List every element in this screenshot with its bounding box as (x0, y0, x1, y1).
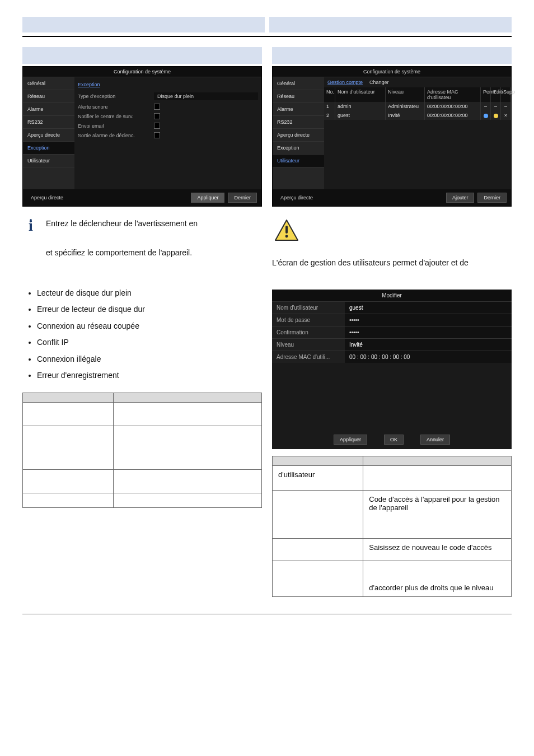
username-input[interactable]: guest (345, 302, 512, 314)
side-menu-2: Général Réseau Alarme RS232 Aperçu direc… (273, 77, 324, 189)
th (363, 456, 512, 466)
bullet-item: Lecteur de disque dur plein (37, 285, 262, 301)
niveau-select[interactable]: Invité (345, 339, 512, 351)
tab-changer[interactable]: Changer (369, 80, 389, 85)
type-exception-select[interactable]: Disque dur plein (154, 92, 258, 100)
user-screen-text: L'écran de gestion des utilisateurs perm… (272, 258, 512, 267)
sidebar-item-general[interactable]: Général (23, 77, 74, 90)
email-checkbox[interactable] (154, 123, 160, 129)
right-definition-table: d'utilisateur Code d'accès à l'appareil … (272, 456, 512, 597)
svg-point-2 (285, 235, 288, 238)
sidebar-item-apercu[interactable]: Aperçu directe (273, 129, 324, 142)
warning-icon (274, 219, 299, 241)
hdr-name: Nom d'utilisateur (335, 87, 386, 102)
th (273, 456, 363, 466)
bullet-item: Erreur de lecteur de disque dur (37, 301, 262, 318)
bullet-item: Connexion au réseau coupée (37, 318, 262, 334)
sidebar-item-utilisateur[interactable]: Utilisateur (273, 155, 324, 167)
username-label: Nom d'utilisateur (272, 302, 345, 314)
section-bar-right (272, 47, 512, 64)
th (23, 393, 114, 403)
config-panel-exception: Configuration de système Général Réseau … (22, 66, 262, 207)
email-label: Envoi email (78, 123, 151, 129)
notifier-checkbox[interactable] (154, 113, 160, 119)
tab-gestion-compte[interactable]: Gestion compte (327, 80, 363, 85)
dlg-apply-button[interactable]: Appliquer (334, 435, 367, 445)
hdr-niveau: Niveau (386, 87, 425, 102)
header-right (269, 17, 512, 32)
edit-icon[interactable] (491, 111, 501, 120)
password-input[interactable]: ••••• (345, 314, 512, 326)
sidebar-item-rs232[interactable]: RS232 (273, 116, 324, 129)
cell-username: d'utilisateur (273, 466, 363, 491)
sidebar-item-apercu[interactable]: Aperçu directe (23, 129, 74, 142)
hdr-mac: Adresse MAC d'utilisateu (425, 87, 481, 102)
users-table: No. Nom d'utilisateur Niveau Adresse MAC… (324, 87, 511, 120)
dialog-title: Modifier (272, 290, 512, 301)
info-text-1a: Entrez le déclencheur de l'avertissement… (46, 218, 262, 230)
th (114, 393, 262, 403)
sidebar-item-utilisateur[interactable]: Utilisateur (23, 155, 74, 167)
mac-label: Adresse MAC d'utili... (272, 351, 345, 363)
side-menu: Général Réseau Alarme RS232 Aperçu direc… (23, 77, 74, 189)
alerte-sonore-label: Alerte sonore (78, 104, 151, 110)
footer-apercu-2: Aperçu directe (277, 193, 316, 203)
panel-title: Configuration de système (23, 67, 261, 77)
add-button[interactable]: Ajouter (446, 193, 475, 203)
niveau-label: Niveau (272, 339, 345, 351)
dlg-ok-button[interactable]: OK (384, 435, 404, 445)
svg-rect-1 (285, 226, 288, 234)
cell-confirm-code: Saisissez de nouveau le code d'accès (363, 539, 512, 561)
header-left (22, 17, 265, 32)
footer-apercu: Aperçu directe (27, 193, 67, 203)
sidebar-item-exception[interactable]: Exception (273, 142, 324, 155)
tab-exception[interactable]: Exception (78, 82, 100, 87)
hdr-perm: Perm (481, 87, 491, 102)
sidebar-item-exception[interactable]: Exception (23, 142, 74, 155)
modify-dialog: Modifier Nom d'utilisateur guest Mot de … (272, 290, 512, 449)
info-text-1b: et spécifiez le comportement de l'appare… (46, 248, 262, 257)
left-definition-table (22, 393, 262, 508)
hdr-edit: Editi (491, 87, 501, 102)
info-icon: i (22, 218, 39, 231)
alerte-sonore-checkbox[interactable] (154, 104, 160, 110)
table-row[interactable]: 1 admin Administrateu 00:00:00:00:00:00 … (324, 102, 511, 111)
mac-input[interactable]: 00 : 00 : 00 : 00 : 00 : 00 (345, 351, 512, 363)
delete-icon[interactable]: × (501, 111, 511, 120)
close-button-2[interactable]: Dernier (477, 193, 507, 203)
sidebar-item-general[interactable]: Général (273, 77, 324, 90)
perm-icon[interactable] (481, 111, 491, 120)
confirm-input[interactable]: ••••• (345, 326, 512, 338)
panel-title-2: Configuration de système (273, 67, 511, 77)
sidebar-item-reseau[interactable]: Réseau (23, 90, 74, 103)
section-bar-left (22, 47, 262, 64)
apply-button[interactable]: Appliquer (191, 193, 224, 203)
dlg-cancel-button[interactable]: Annuler (420, 435, 450, 445)
hdr-supp: Supp (501, 87, 511, 102)
type-exception-label: Type d'exception (78, 94, 151, 99)
hdr-no: No. (324, 87, 335, 102)
close-button[interactable]: Dernier (228, 193, 257, 203)
bullet-item: Erreur d'enregistrement (37, 367, 262, 384)
exception-bullets: Lecteur de disque dur plein Erreur de le… (37, 285, 262, 384)
sidebar-item-alarme[interactable]: Alarme (23, 103, 74, 116)
table-row[interactable]: 2 guest Invité 00:00:00:00:00:00 × (324, 111, 511, 120)
bullet-item: Conflit IP (37, 334, 262, 351)
cell-rights: d'accorder plus de droits que le niveau (363, 561, 512, 597)
password-label: Mot de passe (272, 314, 345, 326)
sortie-alarme-label: Sortie alarme de déclenc. (78, 133, 151, 138)
bullet-item: Connexion illégale (37, 351, 262, 367)
sidebar-item-reseau[interactable]: Réseau (273, 90, 324, 103)
sortie-alarme-checkbox[interactable] (154, 132, 160, 138)
cell-code-access: Code d'accès à l'appareil pour la gestio… (363, 491, 512, 539)
notifier-label: Notifier le centre de surv. (78, 114, 151, 119)
sidebar-item-alarme[interactable]: Alarme (273, 103, 324, 116)
delete-icon: – (501, 102, 511, 111)
confirm-label: Confirmation (272, 326, 345, 338)
perm-icon: – (481, 102, 491, 111)
sidebar-item-rs232[interactable]: RS232 (23, 116, 74, 129)
edit-icon: – (491, 102, 501, 111)
config-panel-users: Configuration de système Général Réseau … (272, 66, 512, 207)
